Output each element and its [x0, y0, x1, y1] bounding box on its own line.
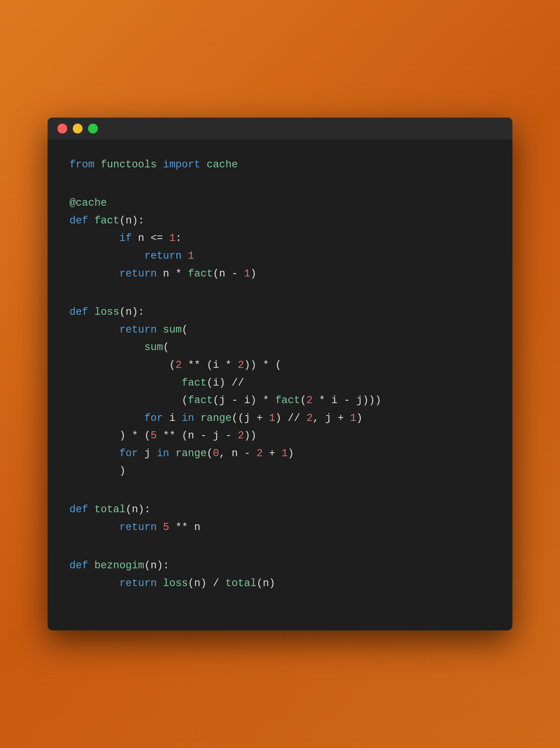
code-line-10: (2 ** (i * 2)) * ( — [69, 356, 491, 374]
code-editor: from functools import cache @cache def f… — [48, 139, 512, 609]
blank-line — [69, 184, 491, 194]
close-button[interactable] — [57, 124, 67, 134]
code-line-19: def beznogim(n): — [69, 557, 491, 575]
code-line-9: sum( — [69, 338, 491, 356]
editor-window: from functools import cache @cache def f… — [48, 118, 512, 631]
code-line-15: for j in range(0, n - 2 + 1) — [69, 445, 491, 463]
code-line-4: if n <= 1: — [69, 230, 491, 247]
code-line-17: def total(n): — [69, 501, 491, 518]
code-line-6: return n * fact(n - 1) — [69, 265, 491, 283]
maximize-button[interactable] — [88, 124, 98, 134]
code-line-13: for i in range((j + 1) // 2, j + 1) — [69, 410, 491, 427]
code-line-11: fact(i) // — [69, 374, 491, 392]
blank-line — [69, 293, 491, 303]
code-line-3: def fact(n): — [69, 212, 491, 230]
blank-line — [69, 282, 491, 293]
code-line-18: return 5 ** n — [69, 518, 491, 536]
minimize-button[interactable] — [73, 124, 83, 134]
code-line-20: return loss(n) / total(n) — [69, 575, 491, 592]
blank-line — [69, 173, 491, 184]
titlebar — [48, 118, 512, 139]
code-line-8: return sum( — [69, 321, 491, 339]
blank-line — [69, 536, 491, 546]
code-line-16: ) — [69, 462, 491, 480]
code-line-2: @cache — [69, 194, 491, 212]
code-line-1: from functools import cache — [69, 156, 491, 174]
code-line-12: (fact(j - i) * fact(2 * i - j))) — [69, 392, 491, 410]
code-line-5: return 1 — [69, 247, 491, 265]
code-line-14: ) * (5 ** (n - j - 2)) — [69, 427, 491, 445]
blank-line — [69, 490, 491, 501]
blank-line — [69, 546, 491, 557]
blank-line — [69, 480, 491, 490]
code-line-7: def loss(n): — [69, 303, 491, 321]
